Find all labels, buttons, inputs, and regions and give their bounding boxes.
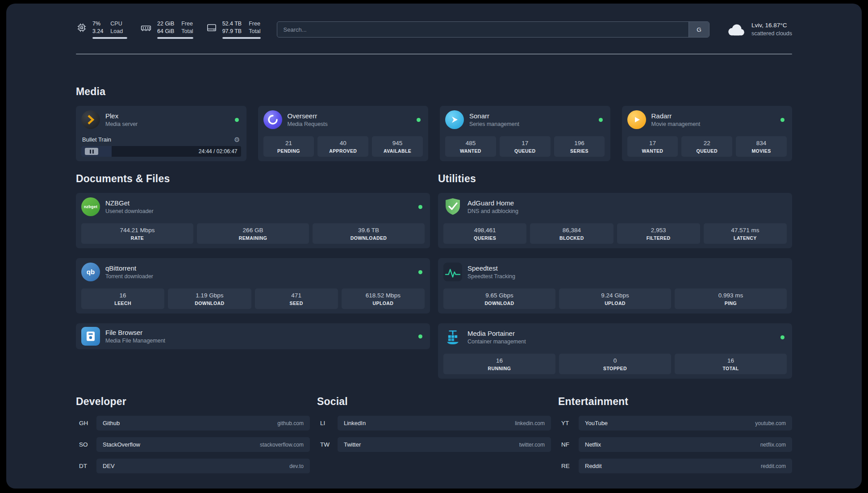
section-developer: Developer GH Github github.com SO StackO… bbox=[76, 396, 310, 473]
cloud-icon bbox=[726, 22, 746, 37]
stat-tile: 1.19 Gbps DOWNLOAD bbox=[168, 288, 251, 309]
search-input[interactable] bbox=[277, 22, 689, 37]
header-divider bbox=[76, 54, 792, 54]
bookmark-name: Netflix bbox=[585, 441, 601, 448]
cpu-load-label: Load bbox=[110, 28, 123, 35]
status-dot bbox=[417, 118, 421, 122]
bookmark-domain: github.com bbox=[277, 420, 304, 426]
plex-card[interactable]: Plex Media server Bullet Train ⚙ bbox=[76, 106, 246, 161]
memory-total-value: 64 GiB bbox=[157, 28, 174, 35]
overseerr-card[interactable]: Overseerr Media Requests 21 PENDING 40 A… bbox=[258, 106, 429, 161]
bookmark-linkedin[interactable]: LI LinkedIn linkedin.com bbox=[317, 416, 551, 430]
service-name: Media Portainer bbox=[467, 330, 775, 337]
service-name: Sonarr bbox=[469, 112, 593, 120]
stat-tile: 834 MOVIES bbox=[736, 136, 787, 157]
disk-free-label: Free bbox=[249, 20, 260, 27]
bookmark-domain: youtube.com bbox=[755, 420, 786, 426]
service-name: Speedtest bbox=[467, 264, 787, 272]
stat-tile: 744.21 Mbps RATE bbox=[81, 223, 193, 244]
memory-widget: 22 GiB 64 GiB Free Total bbox=[140, 20, 193, 39]
bookmark-dev[interactable]: DT DEV dev.to bbox=[76, 459, 310, 473]
weather-location: Lviv, 16.87°C bbox=[751, 21, 792, 29]
service-subtitle: DNS and adblocking bbox=[467, 208, 787, 214]
speedtest-graph-icon bbox=[443, 263, 462, 281]
cpu-widget: 7% 3.24 CPU Load bbox=[76, 20, 127, 39]
bookmark-abbr: TW bbox=[317, 441, 338, 448]
weather-condition: scattered clouds bbox=[751, 30, 792, 38]
qbittorrent-icon: qb bbox=[81, 263, 100, 281]
stat-tile: 86,384 BLOCKED bbox=[530, 223, 613, 244]
bookmark-reddit[interactable]: RE Reddit reddit.com bbox=[558, 459, 792, 473]
cpu-icon bbox=[76, 22, 88, 33]
playback-progress-bar[interactable]: 24:44 / 02:06:47 bbox=[81, 146, 241, 157]
top-bar: 7% 3.24 CPU Load bbox=[76, 19, 792, 40]
stat-tile: 196 SERIES bbox=[554, 136, 605, 157]
bookmark-name: Reddit bbox=[585, 463, 602, 469]
status-dot bbox=[235, 118, 239, 122]
bookmark-stackoverflow[interactable]: SO StackOverflow stackoverflow.com bbox=[76, 437, 310, 452]
bookmark-github[interactable]: GH Github github.com bbox=[76, 416, 310, 430]
bookmark-netflix[interactable]: NF Netflix netflix.com bbox=[558, 437, 792, 452]
speedtest-card[interactable]: Speedtest Speedtest Tracking 9.65 Gbps D… bbox=[438, 258, 792, 313]
adguard-shield-icon bbox=[443, 197, 462, 216]
bookmark-domain: twitter.com bbox=[519, 442, 545, 448]
memory-usage-bar bbox=[157, 37, 193, 39]
status-dot bbox=[418, 270, 422, 274]
disk-icon bbox=[206, 22, 217, 33]
service-name: AdGuard Home bbox=[467, 199, 787, 207]
cpu-usage-label: CPU bbox=[110, 20, 123, 27]
stat-tile: 0 STOPPED bbox=[559, 354, 671, 374]
stat-tile: 485 WANTED bbox=[445, 136, 496, 157]
bookmark-twitter[interactable]: TW Twitter twitter.com bbox=[317, 437, 551, 452]
portainer-card[interactable]: Media Portainer Container management 16 … bbox=[438, 323, 792, 379]
service-subtitle: Movie management bbox=[651, 121, 776, 127]
stat-tile: 9.65 Gbps DOWNLOAD bbox=[443, 288, 555, 309]
status-dot bbox=[418, 334, 422, 338]
stat-tile: 47.571 ms LATENCY bbox=[704, 223, 787, 244]
radarr-card[interactable]: Radarr Movie management 17 WANTED 22 QUE… bbox=[622, 106, 793, 161]
social-section-title: Social bbox=[317, 396, 551, 408]
playback-time: 24:44 / 02:06:47 bbox=[199, 148, 238, 155]
stat-tile: 16 RUNNING bbox=[443, 354, 555, 374]
bookmark-abbr: DT bbox=[76, 463, 96, 469]
bookmark-domain: linkedin.com bbox=[515, 420, 545, 426]
qbittorrent-card[interactable]: qb qBittorrent Torrent downloader 16 LEE… bbox=[76, 258, 430, 313]
memory-free-label: Free bbox=[181, 20, 193, 27]
disk-usage-bar bbox=[222, 37, 261, 39]
bookmark-name: Github bbox=[103, 420, 120, 426]
sonarr-card[interactable]: Sonarr Series management 485 WANTED 17 Q… bbox=[440, 106, 610, 161]
cpu-load-value: 3.24 bbox=[92, 28, 103, 35]
gear-icon[interactable]: ⚙ bbox=[234, 136, 240, 143]
stat-tile: 945 AVAILABLE bbox=[372, 136, 423, 157]
stat-tile: 0.993 ms PING bbox=[675, 288, 787, 309]
nzbget-card[interactable]: nzbget NZBGet Usenet downloader 744.21 M… bbox=[76, 193, 430, 248]
bookmark-name: LinkedIn bbox=[344, 420, 366, 426]
plex-icon bbox=[81, 110, 100, 129]
stat-tile: 16 LEECH bbox=[81, 288, 164, 309]
disk-total-label: Total bbox=[249, 28, 260, 35]
service-name: NZBGet bbox=[105, 199, 413, 207]
search-bar: G bbox=[277, 21, 709, 38]
service-subtitle: Torrent downloader bbox=[105, 273, 413, 280]
bookmark-domain: dev.to bbox=[289, 463, 304, 469]
memory-total-label: Total bbox=[181, 28, 193, 35]
service-name: Radarr bbox=[651, 112, 776, 120]
sonarr-icon bbox=[445, 110, 464, 129]
stat-tile: 40 APPROVED bbox=[317, 136, 368, 157]
bookmark-name: StackOverflow bbox=[103, 441, 140, 448]
cpu-usage-value: 7% bbox=[92, 20, 103, 27]
stat-tile: 39.6 TB DOWNLOADED bbox=[313, 223, 425, 244]
memory-icon bbox=[140, 22, 152, 33]
bookmark-abbr: YT bbox=[558, 420, 579, 426]
plex-now-playing: Bullet Train ⚙ 24:44 / 02:06:47 bbox=[81, 136, 241, 157]
pause-button[interactable] bbox=[85, 148, 98, 155]
bookmark-name: Twitter bbox=[344, 441, 361, 448]
service-subtitle: Speedtest Tracking bbox=[467, 273, 787, 280]
memory-free-value: 22 GiB bbox=[157, 20, 174, 27]
section-media: Media Plex Media server bbox=[76, 86, 792, 161]
developer-section-title: Developer bbox=[76, 396, 310, 408]
search-provider-button[interactable]: G bbox=[689, 22, 709, 37]
adguard-card[interactable]: AdGuard Home DNS and adblocking 498,461 … bbox=[438, 193, 792, 248]
bookmark-youtube[interactable]: YT YouTube youtube.com bbox=[558, 416, 792, 430]
filebrowser-card[interactable]: File Browser Media File Management bbox=[76, 323, 430, 349]
